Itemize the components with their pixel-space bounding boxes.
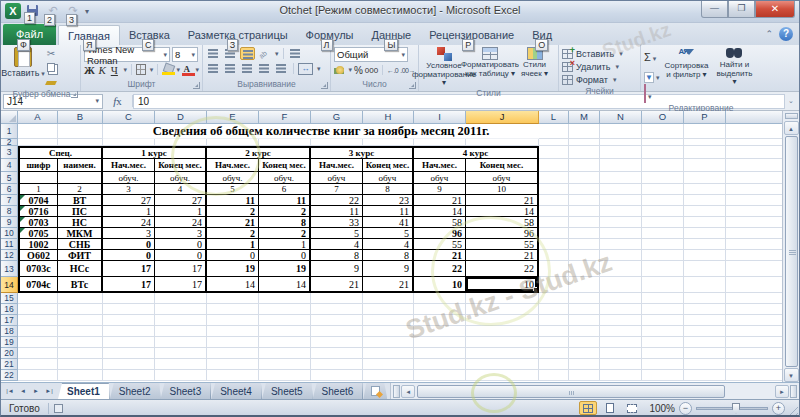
cell[interactable] xyxy=(363,337,414,348)
tab-view[interactable]: ВидО xyxy=(523,25,561,45)
cell[interactable] xyxy=(259,139,311,146)
cell[interactable] xyxy=(155,337,207,348)
cell[interactable]: Конец мес. xyxy=(466,159,539,172)
conditional-formatting-button[interactable]: Условное форматирование ▾ xyxy=(422,47,466,88)
cell-I8[interactable]: 14 xyxy=(414,206,466,217)
cell[interactable] xyxy=(539,293,569,304)
cell[interactable] xyxy=(311,359,363,370)
cell[interactable] xyxy=(642,261,684,277)
cell[interactable] xyxy=(259,348,311,359)
merge-center-icon[interactable]: ↔ xyxy=(298,63,313,75)
cell[interactable] xyxy=(363,326,414,337)
column-header-F[interactable]: F xyxy=(259,111,311,124)
cell-B11[interactable]: СНБ xyxy=(58,239,103,250)
cell[interactable] xyxy=(569,348,600,359)
cell[interactable] xyxy=(414,348,466,359)
cell[interactable] xyxy=(726,195,782,206)
cell[interactable] xyxy=(684,261,726,277)
cell[interactable] xyxy=(18,348,58,359)
cell[interactable] xyxy=(155,139,207,146)
cell[interactable] xyxy=(466,359,539,370)
cell-C11[interactable]: 0 xyxy=(103,239,155,250)
cell[interactable] xyxy=(726,359,782,370)
cell[interactable] xyxy=(569,206,600,217)
cell-I10[interactable]: 96 xyxy=(414,228,466,239)
cell[interactable] xyxy=(726,348,782,359)
zoom-slider-thumb[interactable] xyxy=(732,403,740,414)
cell[interactable] xyxy=(600,304,642,315)
cell-B10[interactable]: МКМ xyxy=(58,228,103,239)
cell-B9[interactable]: НС xyxy=(58,217,103,228)
cell[interactable] xyxy=(726,172,782,184)
cell[interactable] xyxy=(103,304,155,315)
record-macro-icon[interactable] xyxy=(54,404,63,413)
cell-D9[interactable]: 24 xyxy=(155,217,207,228)
increase-decimal-icon[interactable]: ←.0 xyxy=(387,67,398,74)
spreadsheet-grid[interactable]: ABCDEFGHIJLMNOP1Сведения об общем количе… xyxy=(1,111,782,382)
cell[interactable] xyxy=(600,315,642,326)
cell[interactable] xyxy=(569,370,600,381)
cell[interactable] xyxy=(363,315,414,326)
cell[interactable] xyxy=(569,195,600,206)
cell-H11[interactable]: 4 xyxy=(363,239,414,250)
cell-G14[interactable]: 21 xyxy=(311,277,363,293)
cell[interactable] xyxy=(600,359,642,370)
cell-H13[interactable]: 9 xyxy=(363,261,414,277)
cell[interactable] xyxy=(642,348,684,359)
cell-J12[interactable]: 21 xyxy=(466,250,539,261)
help-icon[interactable]: ? xyxy=(779,27,793,41)
cell[interactable] xyxy=(642,250,684,261)
select-all-corner[interactable] xyxy=(1,111,18,124)
close-button[interactable]: ✕ xyxy=(755,1,795,18)
scroll-up-icon[interactable]: ▲ xyxy=(784,121,799,135)
cell-C14[interactable]: 17 xyxy=(103,277,155,293)
row-header-15[interactable]: 15 xyxy=(1,293,18,304)
cell-F9[interactable]: 8 xyxy=(259,217,311,228)
cell[interactable] xyxy=(311,370,363,381)
cell[interactable] xyxy=(207,139,259,146)
cell[interactable]: шифр xyxy=(18,159,58,172)
cell[interactable] xyxy=(600,337,642,348)
cell[interactable] xyxy=(466,315,539,326)
cell-styles-button[interactable]: Стили ячеек ▾ xyxy=(514,47,555,88)
cell-D14[interactable]: 17 xyxy=(155,277,207,293)
cell[interactable] xyxy=(58,293,103,304)
cell[interactable] xyxy=(642,195,684,206)
column-header-B[interactable]: B xyxy=(58,111,103,124)
cell[interactable]: Конец мес. xyxy=(259,159,311,172)
cell[interactable] xyxy=(103,293,155,304)
cell[interactable] xyxy=(642,277,684,293)
cell-E11[interactable]: 1 xyxy=(207,239,259,250)
cell[interactable] xyxy=(311,315,363,326)
cell[interactable] xyxy=(726,326,782,337)
last-sheet-icon[interactable]: ►| xyxy=(43,388,55,394)
cell[interactable] xyxy=(726,159,782,172)
column-header-N[interactable]: N xyxy=(600,111,642,124)
cell-G8[interactable]: 11 xyxy=(311,206,363,217)
cell-B7[interactable]: ВТ xyxy=(58,195,103,206)
cell[interactable] xyxy=(18,304,58,315)
cell[interactable] xyxy=(539,261,569,277)
cell[interactable] xyxy=(466,348,539,359)
tab-page-layout[interactable]: Разметка страницыЗ xyxy=(179,25,297,45)
tab-review[interactable]: РецензированиеР xyxy=(420,25,523,45)
cell-A12[interactable]: О602 xyxy=(18,250,58,261)
cell-E13[interactable]: 19 xyxy=(207,261,259,277)
cell[interactable] xyxy=(569,228,600,239)
cell[interactable] xyxy=(18,337,58,348)
cell[interactable] xyxy=(539,250,569,261)
alignment-dialog-launcher-icon[interactable] xyxy=(321,82,328,89)
align-left-icon[interactable] xyxy=(206,62,221,75)
cell-A9[interactable]: 0703 xyxy=(18,217,58,228)
column-header-A[interactable]: A xyxy=(18,111,58,124)
cell[interactable]: Спец. xyxy=(18,146,103,159)
fill-handle[interactable] xyxy=(533,287,538,292)
zoom-in-icon[interactable]: + xyxy=(772,402,785,415)
cell[interactable] xyxy=(207,337,259,348)
cell[interactable] xyxy=(363,348,414,359)
first-sheet-icon[interactable]: |◄ xyxy=(4,388,16,394)
cell[interactable]: 1 xyxy=(18,184,58,195)
cell[interactable] xyxy=(363,139,414,146)
cell[interactable]: обуч. xyxy=(103,172,155,184)
cell[interactable] xyxy=(414,359,466,370)
